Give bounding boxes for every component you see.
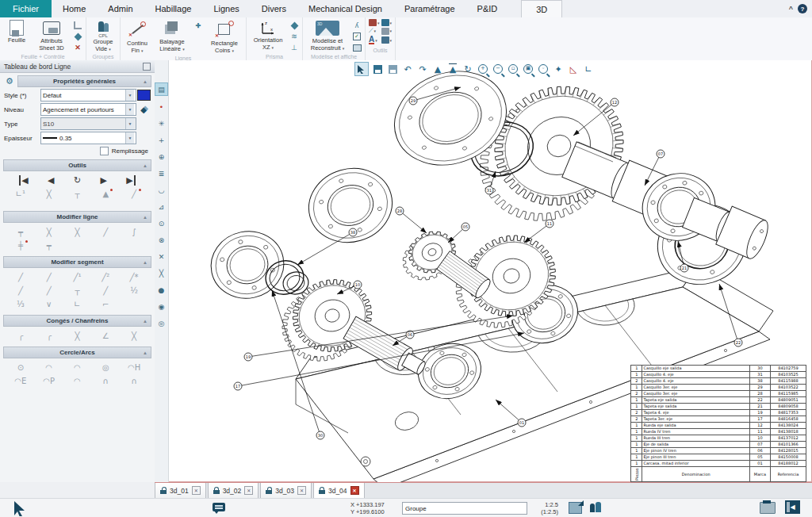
arc-3pt-tool[interactable]: ◠ [67,361,86,373]
copy-segment-tool[interactable]: ╱ [40,270,59,283]
chamfer-tool[interactable]: ∠ [96,329,115,342]
zoom-previous-button[interactable]: ◦ [537,63,550,75]
menu-param-trage[interactable]: Paramétrage [393,0,466,17]
orientation-xz-button[interactable]: zx Orientation XZ ▾ [249,19,287,51]
segment-point-tool[interactable]: ╱ [40,284,59,297]
comment-bubble-icon[interactable] [213,503,225,511]
outils-line-button[interactable]: ⟋▾ [369,27,380,35]
menu-home[interactable]: Home [52,0,97,17]
circle-2pt-tool[interactable]: ◎ [96,361,115,373]
outils-text-button[interactable]: A▾ [369,36,380,44]
menu-divers[interactable]: Divers [251,0,297,17]
section-header-conges[interactable]: Congés / Chanfreins▲ [3,315,151,327]
epaisseur-select[interactable]: 0.35 ▼ [40,132,136,144]
coordinates-button[interactable]: ≣ [155,167,167,179]
globe-rotate-button[interactable]: ◎ [155,317,167,329]
prisma-axis-button[interactable]: ⊥ [289,43,300,52]
tree-view-button[interactable]: ʎ [351,21,362,30]
select-tool-button[interactable] [354,62,369,76]
continu-fin-button[interactable]: ✕ Continu Fin ▾ [123,19,151,54]
numbered-construction-tool[interactable]: ∟¹ [11,187,30,200]
save-copy-button[interactable] [386,63,399,75]
tick-line-tool[interactable]: ┬ [67,187,86,200]
tab-close-icon[interactable]: ✕ [350,486,359,495]
extend-lines-tool[interactable]: ╳ [67,225,86,238]
go-last-button[interactable]: ▶ [126,175,135,186]
angle-split-tool[interactable]: ∨ [40,297,59,310]
redo-button[interactable]: ↷ [416,63,429,75]
refresh-button[interactable]: ↻ [74,175,81,186]
gear-icon[interactable]: ⚙ [3,76,16,86]
fillet-radius-tool[interactable]: ╭ [40,329,59,342]
extend-segment-1-tool[interactable]: ╱¹ [67,270,86,283]
arc-p-tool[interactable]: ◠P [40,374,59,387]
users-icon[interactable] [589,501,602,513]
pan-button[interactable]: ✦ [552,63,565,75]
type-select[interactable]: S10 ▼ [40,117,136,130]
curve-button[interactable]: ◡ [155,184,167,196]
axis-point-button[interactable]: ⊗ [155,234,167,246]
view-top-button[interactable]: ▲ [446,63,459,75]
panel-collapse-icon[interactable]: ◀ [785,500,800,514]
modelise-reconstruit-button[interactable]: 3D Modélise et Reconstruit ▾ [305,19,350,52]
perpendicular-tool[interactable]: ∟ [67,297,86,310]
circle-axis-button[interactable]: ⊙ [155,217,167,229]
arc-start-tool[interactable]: ◠ [67,374,86,387]
circle-center-radius-tool[interactable]: ⊙ [11,361,30,373]
go-next-button[interactable]: ▶ [100,175,106,186]
menu-fichier[interactable]: Fichier [0,0,52,17]
fillet-no-trim-tool[interactable]: ╳ [67,329,86,342]
tab-close-icon[interactable]: ✕ [297,486,306,495]
menu-admin[interactable]: Admin [97,0,144,17]
stretch-line-tool[interactable]: ┯ [11,225,30,238]
refresh-view-button[interactable]: ↻ [462,63,474,75]
check-display-button[interactable]: ✓ [351,32,362,41]
zoom-out-button[interactable]: − [492,63,504,75]
save-button[interactable] [371,63,384,75]
extend-segment-2-tool[interactable]: ╱² [96,270,115,283]
remplissage-checkbox[interactable] [100,147,109,155]
erase-button[interactable]: ✕ [155,251,167,262]
menu-lignes[interactable]: Lignes [202,0,250,17]
point-button[interactable]: • [155,101,167,113]
go-first-button[interactable]: ◀ [19,175,28,186]
niveau-select[interactable]: Agencement et pourtours ▼ [40,103,136,116]
move-line-tool[interactable]: ╱ [96,225,115,238]
attributs-sheet3d-button[interactable]: Attributs Sheet 3D [33,19,71,52]
view-up-button[interactable]: ▲ [431,63,444,75]
arc-center-tool[interactable]: ◠ [40,361,59,373]
rectangle-coins-button[interactable]: ✕ Rectangle Coins ▾ [205,19,243,54]
segment-query-tool[interactable]: ╱ [96,284,115,297]
zoom-extents-button[interactable]: ▣ [522,63,534,75]
fillet-tool[interactable]: ╭ [11,329,30,342]
zoom-in-button[interactable]: + [477,63,489,75]
zoom-window-button[interactable]: ▫ [507,63,519,75]
curve-line-tool[interactable]: ∫ [124,225,144,238]
menu-p-id[interactable]: P&ID [466,0,509,17]
erase-segment-button[interactable]: ╳ [155,267,167,279]
sheet-tab-3d_03[interactable]: 3d_03✕ [260,483,312,499]
measure-button[interactable]: ◺ [567,63,580,75]
snap-center-button[interactable]: ⊕ [155,151,167,163]
section-header-outils[interactable]: Outils▲ [3,159,151,171]
outils-box-button[interactable]: ▾ [369,19,380,26]
tab-close-icon[interactable]: ✕ [192,486,201,495]
sheet-tab-3d_01[interactable]: 3d_01✕ [155,483,206,499]
arch-3pt-tool[interactable]: ∩ [96,374,115,387]
chamfer-no-trim-tool[interactable]: ╳ [124,329,144,342]
section-header-cercle[interactable]: Cercle/Arcs▲ [3,347,151,358]
third-segment-tool[interactable]: ⅓ [11,297,30,310]
drawing-canvas[interactable]: ↶↷▲▲↻+−▫▣◦✦◺∟ 29311207212805111006221917… [169,60,812,482]
half-segment-tool[interactable]: ½ [124,284,144,297]
feuille-button[interactable]: Feuille [2,19,31,44]
angle-button[interactable]: ⊿ [155,201,167,213]
go-previous-button[interactable]: ◀ [48,175,54,186]
arc-h-tool[interactable]: ◠H [124,361,144,373]
line-plus-button[interactable]: ✚ [193,21,204,30]
prisma-diamond-button[interactable] [289,21,300,30]
prisma-layers-button[interactable]: ≋ [289,32,300,41]
tab-close-icon[interactable]: ✕ [244,486,253,495]
group-input[interactable] [402,502,527,515]
outils-save-button[interactable]: ▾ [381,19,393,26]
cursor-arrow-icon[interactable] [13,500,30,517]
